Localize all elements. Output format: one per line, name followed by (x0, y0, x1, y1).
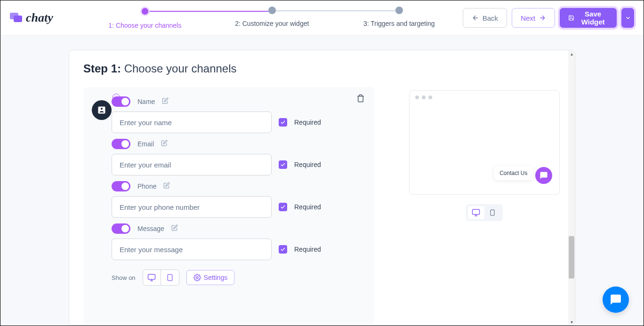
mobile-icon (489, 209, 496, 216)
main-content: Step 1: Choose your channels i Name (0, 36, 644, 326)
field-phone: Phone Required (112, 181, 360, 218)
chat-icon (610, 294, 622, 306)
phone-required-label: Required (294, 203, 321, 211)
step-line (272, 10, 399, 11)
svg-point-5 (196, 277, 198, 278)
page-title: Step 1: Choose your channels (69, 50, 575, 87)
save-label: Save Widget (578, 10, 608, 26)
check-icon (280, 246, 286, 252)
step-2-label: 2: Customize your widget (235, 20, 309, 27)
back-label: Back (483, 14, 498, 22)
svg-rect-9 (491, 210, 494, 215)
preview-mobile-button[interactable] (484, 206, 501, 219)
scrollbar[interactable]: ▴ ▾ (568, 50, 575, 325)
svg-rect-6 (473, 209, 480, 215)
step-2[interactable]: 2: Customize your widget (209, 7, 336, 29)
scroll-down-icon[interactable]: ▾ (568, 318, 575, 325)
check-icon (280, 162, 286, 167)
step-dot-icon (140, 7, 150, 16)
preview-desktop-button[interactable] (468, 206, 484, 219)
support-chat-fab[interactable] (603, 286, 629, 313)
message-label: Message (137, 225, 164, 232)
header-actions: Back Next Save Widget (463, 8, 634, 28)
next-label: Next (521, 14, 535, 22)
message-required-checkbox[interactable] (279, 245, 287, 254)
scrollbar-thumb[interactable] (569, 236, 574, 278)
scroll-up-icon[interactable]: ▴ (568, 50, 575, 57)
back-button[interactable]: Back (463, 8, 507, 28)
check-icon (280, 119, 286, 125)
email-toggle[interactable] (112, 139, 130, 149)
pencil-icon (163, 182, 170, 189)
field-name: Name Required (112, 96, 360, 133)
stepper: 1: Choose your channels 2: Customize you… (81, 7, 463, 29)
chat-bubble-icon (539, 171, 548, 180)
name-input[interactable] (112, 111, 272, 133)
phone-input[interactable] (112, 196, 272, 218)
message-toggle[interactable] (112, 223, 130, 234)
logo-text: chaty (26, 11, 53, 25)
settings-label: Settings (204, 274, 228, 281)
name-label: Name (137, 98, 155, 105)
pencil-icon (162, 97, 169, 104)
step-1[interactable]: 1: Choose your channels (81, 7, 209, 29)
pencil-icon (171, 224, 178, 231)
chevron-down-icon (625, 15, 631, 21)
preview-cta-label: Contact Us (494, 166, 533, 180)
step-prefix: Step 1: (83, 62, 121, 75)
message-input[interactable] (112, 239, 272, 260)
name-required-checkbox[interactable] (279, 118, 287, 127)
preview-chat-fab (535, 167, 552, 184)
email-required-checkbox[interactable] (279, 160, 287, 169)
step-dot-icon (395, 7, 403, 14)
email-required-label: Required (294, 161, 321, 168)
browser-preview: Contact Us (409, 90, 560, 195)
browser-dots-icon (415, 95, 432, 99)
preview-device-switcher (466, 204, 503, 221)
device-toggle (143, 270, 179, 286)
desktop-icon (147, 273, 156, 282)
show-on-label: Show on (112, 274, 136, 281)
show-on-row: Show on Settings (112, 270, 360, 286)
step-title-text: Choose your channels (121, 62, 236, 75)
name-toggle[interactable] (112, 96, 130, 107)
name-required-label: Required (294, 119, 321, 126)
field-email: Email Required (112, 139, 360, 175)
phone-required-checkbox[interactable] (279, 203, 287, 211)
step-1-label: 1: Choose your channels (108, 22, 181, 29)
settings-button[interactable]: Settings (186, 270, 235, 285)
save-dropdown-button[interactable] (621, 8, 634, 28)
trash-icon (356, 94, 365, 103)
logo-icon (10, 13, 23, 23)
content-panel: Step 1: Choose your channels i Name (69, 50, 575, 326)
arrow-left-icon (472, 14, 479, 22)
field-message: Message Required (112, 223, 360, 260)
arrow-right-icon (539, 14, 546, 22)
gear-icon (193, 274, 201, 281)
phone-toggle[interactable] (112, 181, 130, 191)
logo: chaty (10, 11, 53, 25)
pencil-icon (161, 140, 168, 146)
contact-form-channel-icon (92, 100, 112, 120)
channel-form-panel: i Name Required (83, 87, 374, 324)
step-line (145, 11, 272, 12)
save-icon (568, 14, 574, 22)
show-on-mobile-button[interactable] (161, 270, 179, 285)
check-icon (280, 204, 286, 210)
mobile-icon (166, 274, 174, 281)
content-body: i Name Required (69, 87, 575, 324)
save-widget-button[interactable]: Save Widget (560, 8, 617, 28)
edit-email-button[interactable] (161, 140, 168, 148)
edit-message-button[interactable] (171, 224, 178, 233)
app-header: chaty 1: Choose your channels 2: Customi… (0, 0, 644, 36)
step-3-label: 3: Triggers and targeting (363, 20, 435, 27)
contact-book-icon (97, 105, 106, 115)
delete-channel-button[interactable] (356, 94, 365, 104)
next-button[interactable]: Next (512, 8, 555, 28)
show-on-desktop-button[interactable] (143, 270, 161, 285)
edit-name-button[interactable] (162, 97, 169, 106)
email-input[interactable] (112, 154, 272, 175)
svg-rect-3 (168, 274, 172, 280)
message-required-label: Required (294, 246, 321, 253)
edit-phone-button[interactable] (163, 182, 170, 191)
